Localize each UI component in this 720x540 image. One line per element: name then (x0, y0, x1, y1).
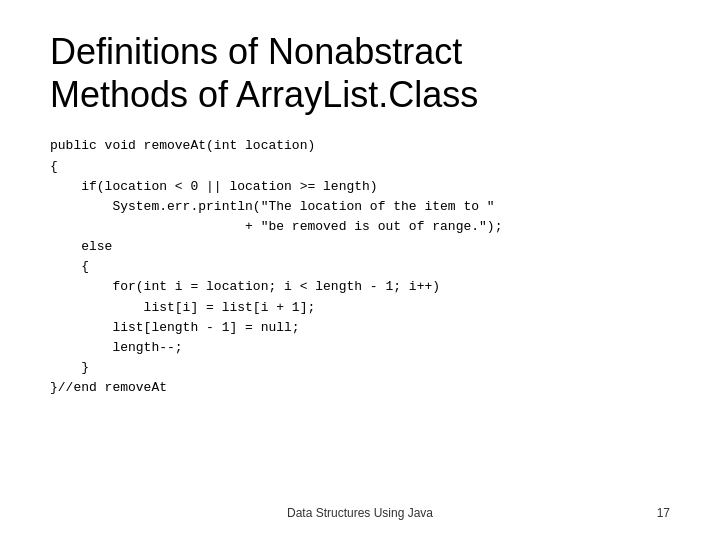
code-block: public void removeAt(int location) { if(… (50, 136, 670, 496)
footer-text: Data Structures Using Java (287, 506, 433, 520)
slide-title: Definitions of Nonabstract Methods of Ar… (50, 30, 670, 116)
footer-page-number: 17 (657, 506, 670, 520)
slide-container: Definitions of Nonabstract Methods of Ar… (0, 0, 720, 540)
title-line2: Methods of ArrayList.Class (50, 74, 478, 115)
title-line1: Definitions of Nonabstract (50, 31, 462, 72)
slide-footer: Data Structures Using Java 17 (50, 496, 670, 520)
